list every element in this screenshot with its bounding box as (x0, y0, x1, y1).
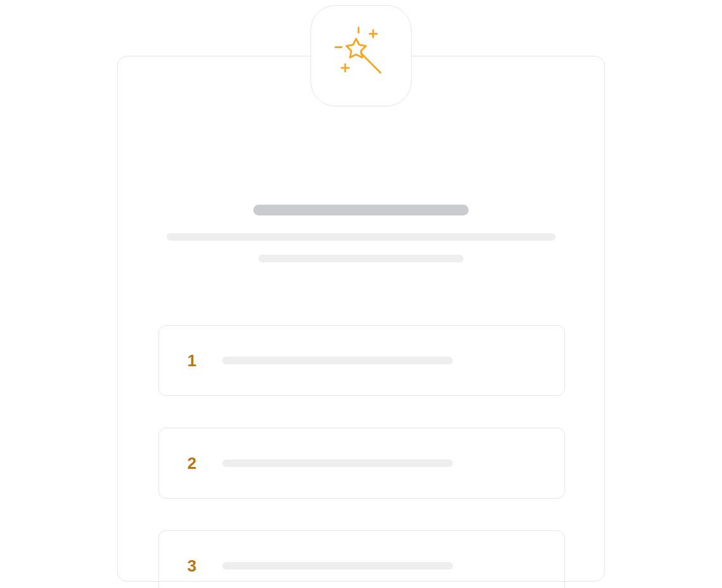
subtitle-line-1-skeleton (167, 233, 555, 241)
header-skeleton-group (167, 205, 555, 262)
step-text-skeleton (222, 357, 453, 364)
step-item-1[interactable]: 1 (158, 325, 565, 396)
step-text-skeleton (222, 459, 453, 467)
steps-list: 1 2 3 (158, 325, 565, 588)
subtitle-line-2-skeleton (258, 255, 464, 262)
title-skeleton (253, 205, 469, 215)
svg-line-0 (361, 53, 381, 73)
main-card: 1 2 3 (117, 56, 605, 582)
step-item-3[interactable]: 3 (158, 530, 565, 588)
feature-icon-badge (310, 5, 412, 106)
magic-wand-sparkles-icon (331, 24, 391, 87)
step-number: 1 (187, 351, 197, 371)
step-text-skeleton (222, 562, 453, 570)
step-item-2[interactable]: 2 (158, 428, 565, 499)
step-number: 3 (187, 556, 197, 576)
step-number: 2 (187, 454, 197, 473)
subtitle-skeleton-group (167, 233, 555, 262)
